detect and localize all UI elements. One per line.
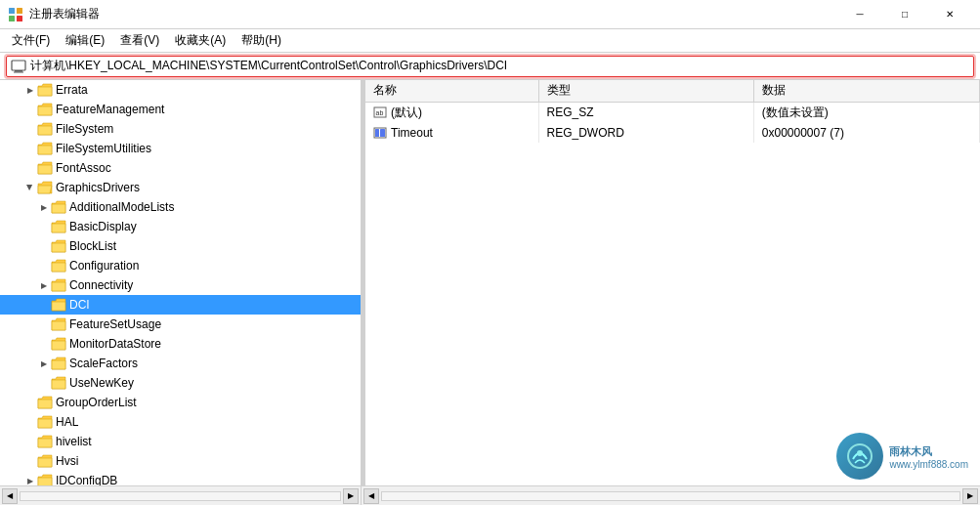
tree-item-configuration[interactable]: Configuration [0, 256, 361, 275]
tree-label-configuration: Configuration [69, 259, 139, 273]
tree-item-blocklist[interactable]: BlockList [0, 236, 361, 256]
no-arrow [37, 317, 51, 331]
registry-table: 名称 类型 数据 ab (默认) [365, 80, 980, 143]
scroll-left2-btn[interactable]: ◀ [363, 488, 379, 504]
tree-item-monitordatastore[interactable]: MonitorDataStore [0, 334, 361, 354]
tree-item-idconfigdb[interactable]: ▶ IDConfigDB [0, 471, 361, 485]
maximize-button[interactable]: □ [882, 0, 927, 29]
tree-item-scalefactors[interactable]: ▶ ScaleFactors [0, 354, 361, 373]
title-bar-left: 注册表编辑器 [8, 6, 100, 22]
col-header-type: 类型 [538, 80, 753, 102]
tree-label-grouporderlist: GroupOrderList [56, 396, 137, 409]
reg-name-timeout: Timeout [391, 126, 433, 140]
menu-favorites[interactable]: 收藏夹(A) [167, 30, 234, 51]
table-row[interactable]: Timeout REG_DWORD 0x00000007 (7) [365, 123, 980, 143]
folder-icon [51, 278, 66, 292]
reg-name-value: (默认) [391, 105, 422, 121]
svg-rect-3 [17, 16, 22, 21]
no-arrow [37, 220, 51, 233]
tree-item-connectivity[interactable]: ▶ Connectivity [0, 275, 361, 295]
expand-arrow-idconfigdb: ▶ [23, 474, 37, 485]
tree-label-hvsi: Hvsi [56, 454, 78, 468]
svg-rect-10 [375, 129, 379, 137]
scroll-track-left[interactable] [20, 491, 341, 501]
tree-item-basicdisplay[interactable]: BasicDisplay [0, 217, 361, 236]
tree-item-additionalmodes[interactable]: ▶ AdditionalModeLists [0, 197, 361, 217]
tree-item-errata[interactable]: ▶ Errata [0, 80, 361, 100]
title-bar: 注册表编辑器 ─ □ ✕ [0, 0, 980, 29]
no-arrow [37, 337, 51, 351]
scroll-track-right[interactable] [381, 491, 960, 501]
menu-edit[interactable]: 编辑(E) [58, 30, 112, 51]
window-controls: ─ □ ✕ [837, 0, 972, 29]
tree-label-usenewkey: UseNewKey [69, 376, 134, 390]
no-arrow [37, 259, 51, 273]
reg-name-cell: ab (默认) [365, 102, 538, 123]
scroll-right2-btn[interactable]: ▶ [962, 488, 978, 504]
no-arrow [23, 142, 37, 155]
folder-icon [51, 376, 66, 390]
tree-label-additionalmodes: AdditionalModeLists [69, 200, 174, 214]
folder-icon-selected [51, 298, 66, 312]
menu-help[interactable]: 帮助(H) [234, 30, 289, 51]
no-arrow [37, 298, 51, 312]
reg-dword-icon [373, 126, 387, 140]
tree-item-graphicsdrivers[interactable]: ▶ GraphicsDrivers [0, 178, 361, 197]
tree-item-filesystemutils[interactable]: FileSystemUtilities [0, 139, 361, 158]
no-arrow [23, 103, 37, 116]
tree-item-featuresetusage[interactable]: FeatureSetUsage [0, 315, 361, 334]
tree-item-filesystem[interactable]: FileSystem [0, 119, 361, 139]
no-arrow [23, 122, 37, 136]
tree-item-hivelist[interactable]: hivelist [0, 432, 361, 451]
folder-icon [37, 122, 53, 136]
folder-icon [51, 357, 66, 370]
folder-icon [37, 435, 53, 448]
menu-view[interactable]: 查看(V) [112, 30, 167, 51]
scroll-left-btn[interactable]: ◀ [2, 488, 18, 504]
tree-label-featuremgmt: FeatureManagement [56, 103, 164, 116]
folder-icon [51, 220, 66, 233]
tree-label-featuresetusage: FeatureSetUsage [69, 317, 161, 331]
minimize-button[interactable]: ─ [837, 0, 882, 29]
folder-icon [37, 83, 53, 97]
tree-label-scalefactors: ScaleFactors [69, 357, 138, 370]
folder-icon [37, 415, 53, 429]
folder-open-icon [37, 181, 53, 194]
tree-label-graphicsdrivers: GraphicsDrivers [56, 181, 140, 194]
expand-arrow: ▶ [23, 83, 37, 97]
tree-item-featuremgmt[interactable]: FeatureManagement [0, 100, 361, 119]
tree-label-filesystem: FileSystem [56, 122, 113, 136]
tree-item-usenewkey[interactable]: UseNewKey [0, 373, 361, 393]
tree-label-basicdisplay: BasicDisplay [69, 220, 137, 233]
reg-data-cell: (数值未设置) [753, 102, 979, 123]
address-path[interactable]: 计算机\HKEY_LOCAL_MACHINE\SYSTEM\CurrentCon… [6, 56, 974, 77]
expand-arrow-additionalmodes: ▶ [37, 200, 51, 214]
address-text: 计算机\HKEY_LOCAL_MACHINE\SYSTEM\CurrentCon… [30, 58, 507, 74]
tree-panel[interactable]: ▶ Errata FeatureManagement [0, 80, 362, 485]
tree-item-fontassoc[interactable]: FontAssoc [0, 158, 361, 178]
tree-item-grouporderlist[interactable]: GroupOrderList [0, 393, 361, 412]
no-arrow [23, 454, 37, 468]
computer-icon [11, 60, 26, 73]
reg-type-cell: REG_SZ [538, 102, 753, 123]
tree-item-hal[interactable]: HAL [0, 412, 361, 432]
right-panel: 名称 类型 数据 ab (默认) [365, 80, 980, 485]
folder-icon [37, 161, 53, 175]
close-button[interactable]: ✕ [927, 0, 972, 29]
no-arrow [37, 239, 51, 253]
expand-arrow-connectivity: ▶ [37, 278, 51, 292]
folder-icon [37, 142, 53, 155]
tree-item-dci[interactable]: DCI [0, 295, 361, 315]
no-arrow [23, 435, 37, 448]
menu-file[interactable]: 文件(F) [4, 30, 58, 51]
reg-type-timeout: REG_DWORD [538, 123, 753, 143]
scroll-right-btn[interactable]: ▶ [343, 488, 359, 504]
tree-label-filesystemutils: FileSystemUtilities [56, 142, 151, 155]
table-row[interactable]: ab (默认) REG_SZ (数值未设置) [365, 102, 980, 123]
main-area: ▶ Errata FeatureManagement [0, 80, 980, 485]
folder-icon [51, 317, 66, 331]
svg-rect-4 [12, 61, 25, 70]
tree-item-hvsi[interactable]: Hvsi [0, 451, 361, 471]
menu-bar: 文件(F) 编辑(E) 查看(V) 收藏夹(A) 帮助(H) [0, 29, 980, 53]
app-icon [8, 7, 23, 22]
